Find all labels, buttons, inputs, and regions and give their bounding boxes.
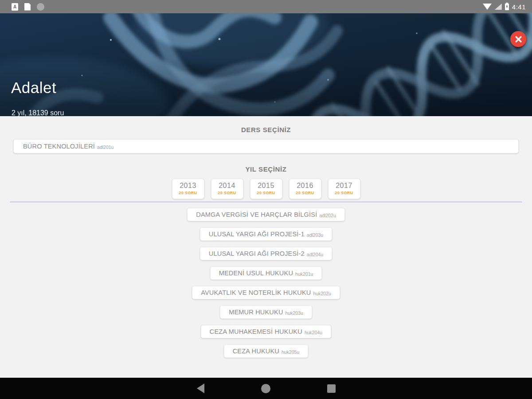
ders-seciniz-label: DERS SEÇİNİZ xyxy=(0,126,532,133)
close-button[interactable] xyxy=(510,31,526,47)
course-item-adl203u[interactable]: ULUSAL YARGI AĞI PROJESİ-1 adl203u xyxy=(200,227,332,241)
recents-icon[interactable] xyxy=(327,384,336,393)
year-label: 2016 xyxy=(289,182,321,190)
year-button-2013[interactable]: 2013 20 SORU xyxy=(172,179,204,199)
year-button-2016[interactable]: 2016 20 SORU xyxy=(289,179,321,199)
course-name: CEZA HUKUKU xyxy=(233,348,279,355)
course-name: ULUSAL YARGI AĞI PROJESİ-1 xyxy=(209,231,305,238)
course-name: MEMUR HUKUKU xyxy=(229,309,283,316)
course-item-adl202u[interactable]: DAMGA VERGİSİ VE HARÇLAR BİLGİSİ adl202u xyxy=(187,208,345,221)
system-status-area: 4:41 xyxy=(483,3,528,11)
course-item-adl204u[interactable]: ULUSAL YARGI AĞI PROJESİ-2 adl204u xyxy=(200,247,332,260)
course-code: huk205u xyxy=(282,349,299,355)
course-code: huk204u xyxy=(305,330,322,335)
course-item-huk204u[interactable]: CEZA MUHAKEMESİ HUKUKU huk204u xyxy=(201,325,331,338)
year-soru-count: 20 SORU xyxy=(211,191,243,195)
year-button-2014[interactable]: 2014 20 SORU xyxy=(211,179,243,199)
year-label: 2015 xyxy=(250,182,282,190)
year-button-row: 2013 20 SORU 2014 20 SORU 2015 20 SORU 2… xyxy=(0,179,532,199)
year-soru-count: 20 SORU xyxy=(250,191,282,195)
course-item-huk205u[interactable]: CEZA HUKUKU huk205u xyxy=(224,344,309,358)
header-scrim xyxy=(0,13,532,116)
selected-course-code: adl201u xyxy=(97,145,113,150)
section-divider xyxy=(10,201,522,203)
page-title: Adalet xyxy=(11,79,56,97)
circle-notification-icon xyxy=(37,3,44,11)
course-item-huk203u[interactable]: MEMUR HUKUKU huk203u xyxy=(220,305,312,319)
status-bar: A 4:41 xyxy=(0,0,532,13)
selected-course-dropdown[interactable]: BÜRO TEKNOLOJİLERİ adl201u xyxy=(13,139,519,153)
document-notification-icon xyxy=(24,3,31,11)
course-name: ULUSAL YARGI AĞI PROJESİ-2 xyxy=(209,250,305,257)
course-list: DAMGA VERGİSİ VE HARÇLAR BİLGİSİ adl202u… xyxy=(0,208,532,358)
course-code: huk202u xyxy=(313,291,331,296)
year-label: 2013 xyxy=(172,182,204,190)
wifi-icon xyxy=(483,4,492,10)
year-button-2015[interactable]: 2015 20 SORU xyxy=(250,179,282,199)
year-label: 2017 xyxy=(329,182,360,190)
close-icon xyxy=(515,35,522,43)
course-name: AVUKATLIK VE NOTERLİK HUKUKU xyxy=(201,289,311,296)
back-icon[interactable] xyxy=(197,383,204,393)
course-name: DAMGA VERGİSİ VE HARÇLAR BİLGİSİ xyxy=(196,211,317,218)
course-name: CEZA MUHAKEMESİ HUKUKU xyxy=(210,328,302,335)
year-button-2017[interactable]: 2017 20 SORU xyxy=(328,179,360,199)
year-soru-count: 20 SORU xyxy=(172,191,204,195)
course-code: huk203u xyxy=(286,310,303,316)
course-item-huk202u[interactable]: AVUKATLIK VE NOTERLİK HUKUKU huk202u xyxy=(192,286,340,299)
year-soru-count: 20 SORU xyxy=(289,191,321,195)
android-nav-bar xyxy=(0,378,532,399)
yil-seciniz-label: YIL SEÇİNİZ xyxy=(0,165,532,173)
page-subtitle: 2 yıl, 18139 soru xyxy=(12,109,64,116)
content-area: DERS SEÇİNİZ BÜRO TEKNOLOJİLERİ adl201u … xyxy=(0,116,532,378)
notification-area: A xyxy=(4,3,44,11)
course-name: MEDENİ USUL HUKUKU xyxy=(219,270,293,277)
header-banner: Adalet 2 yıl, 18139 soru xyxy=(0,13,532,116)
notification-app-icon: A xyxy=(12,3,18,11)
battery-icon xyxy=(505,4,509,10)
cellular-signal-icon xyxy=(495,4,502,10)
course-code: adl203u xyxy=(307,232,323,238)
year-label: 2014 xyxy=(211,182,243,190)
selected-course-name: BÜRO TEKNOLOJİLERİ xyxy=(23,143,95,150)
home-icon[interactable] xyxy=(261,384,270,393)
course-code: adl202u xyxy=(319,213,336,218)
clock: 4:41 xyxy=(512,3,526,11)
course-code: adl204u xyxy=(307,252,323,257)
course-item-huk201u[interactable]: MEDENİ USUL HUKUKU huk201u xyxy=(210,266,322,280)
course-code: huk201u xyxy=(295,271,313,277)
year-soru-count: 20 SORU xyxy=(329,191,360,195)
